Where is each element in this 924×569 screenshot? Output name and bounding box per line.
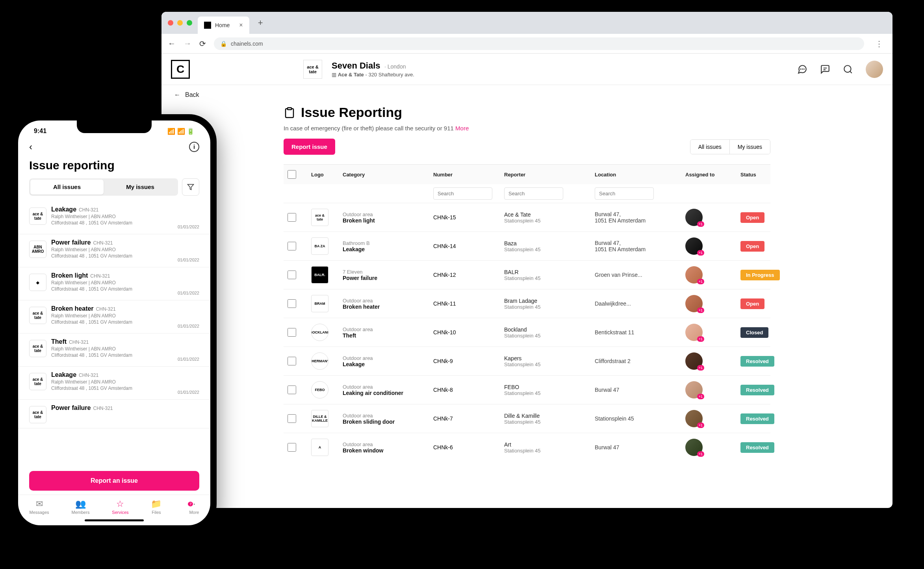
phone-tab-all[interactable]: All issues: [30, 180, 104, 195]
browser-toolbar: ← → ⟳ 🔒 chainels.com ⋮: [161, 34, 892, 54]
reporter-cell: ArtStationsplein 45: [504, 441, 591, 454]
chat-icon[interactable]: [797, 64, 807, 74]
tabbar-files[interactable]: 📁Files: [151, 499, 161, 515]
search-icon[interactable]: [843, 64, 853, 74]
company-logo: BALR.: [311, 266, 328, 284]
table-row[interactable]: BALR.7 ElevenPower failureCHNk-12BALRSta…: [284, 260, 770, 289]
list-item[interactable]: ace & tatePower failureCHN-321Resolved: [18, 400, 210, 428]
assignee-avatar[interactable]: [685, 266, 703, 284]
company-logo: SHERMAN'S: [311, 352, 328, 370]
assignee-avatar[interactable]: [685, 237, 703, 255]
row-checkbox[interactable]: [288, 299, 296, 308]
minimize-window-icon[interactable]: [177, 20, 183, 26]
category-cell: Bathroom BLeakage: [343, 240, 429, 252]
number-cell: CHNk-14: [433, 243, 500, 249]
row-checkbox[interactable]: [288, 386, 296, 394]
number-cell: CHNk-8: [433, 387, 500, 393]
table-row[interactable]: SHERMAN'SOutdoor areaLeakageCHNk-9Kapers…: [284, 347, 770, 375]
company-logo: FEBO: [311, 381, 328, 398]
clipboard-icon: [284, 107, 295, 119]
tabbar-messages[interactable]: ✉Messages: [29, 499, 49, 515]
search-reporter-input[interactable]: [504, 187, 563, 200]
row-checkbox[interactable]: [288, 242, 296, 250]
search-number-input[interactable]: [433, 187, 492, 200]
table-row[interactable]: FEBOOutdoor areaLeaking air conditionerC…: [284, 375, 770, 404]
reporter-cell: BazaStationsplein 45: [504, 240, 591, 252]
url-bar[interactable]: 🔒 chainels.com: [214, 37, 864, 50]
comment-icon[interactable]: [820, 64, 830, 74]
phone-report-button[interactable]: Report an issue: [29, 471, 199, 491]
back-label: Back: [185, 91, 199, 98]
reload-icon[interactable]: ⟳: [199, 39, 206, 48]
browser-menu-icon[interactable]: ⋮: [872, 39, 886, 48]
table-row[interactable]: ace & tateOutdoor areaBroken lightCHNk-1…: [284, 203, 770, 232]
close-window-icon[interactable]: [168, 20, 173, 26]
row-checkbox[interactable]: [288, 271, 296, 279]
issue-filter-tabs: All issues My issues: [690, 139, 770, 154]
home-indicator[interactable]: [85, 519, 144, 521]
close-tab-icon[interactable]: ×: [239, 22, 243, 29]
assignee-avatar[interactable]: [685, 209, 703, 226]
info-icon[interactable]: i: [189, 142, 199, 152]
header-actions: [797, 61, 883, 78]
list-item[interactable]: ace & tateLeakageCHN-321Ralph Wintheiser…: [18, 201, 210, 234]
svg-line-6: [850, 71, 852, 73]
app-logo[interactable]: C: [171, 60, 190, 79]
back-link[interactable]: ← Back: [161, 85, 892, 105]
tabbar-services[interactable]: ☆Services: [112, 499, 128, 515]
more-link[interactable]: More: [455, 125, 469, 132]
table-row[interactable]: BOCKLANDOutdoor areaTheftCHNk-10Bockland…: [284, 318, 770, 347]
row-checkbox[interactable]: [288, 213, 296, 222]
search-location-input[interactable]: [595, 187, 654, 200]
issue-table: Logo Category Number Reporter Location A…: [284, 164, 770, 462]
assignee-avatar[interactable]: [685, 352, 703, 370]
maximize-window-icon[interactable]: [187, 20, 192, 26]
row-checkbox[interactable]: [288, 328, 296, 337]
page-content: Issue Reporting In case of emergency (fi…: [161, 105, 892, 462]
svg-marker-8: [188, 184, 194, 190]
phone-tab-my[interactable]: My issues: [104, 180, 177, 195]
table-row[interactable]: DILLE & KAMILLEOutdoor areaBroken slidin…: [284, 404, 770, 433]
filter-icon[interactable]: [182, 178, 199, 196]
list-item[interactable]: ace & tateBroken heaterCHN-321Ralph Wint…: [18, 300, 210, 334]
forward-arrow-icon[interactable]: →: [184, 39, 191, 48]
list-item[interactable]: ace & tateLeakageCHN-321Ralph Wintheiser…: [18, 367, 210, 400]
new-tab-icon[interactable]: +: [258, 18, 263, 28]
row-checkbox[interactable]: [288, 357, 296, 365]
phone-filter-row: All issues My issues: [18, 178, 210, 201]
location-cell: Groen van Prinse...: [595, 272, 681, 278]
browser-tab[interactable]: Home ×: [198, 17, 249, 34]
assignee-avatar[interactable]: [685, 324, 703, 341]
assignee-avatar[interactable]: [685, 439, 703, 456]
table-row[interactable]: AOutdoor areaBroken windowCHNk-6ArtStati…: [284, 433, 770, 462]
item-right: Closed01/01/2022: [173, 338, 199, 361]
back-arrow-icon[interactable]: ←: [168, 39, 176, 48]
folder-icon: 📁: [151, 499, 161, 509]
row-checkbox[interactable]: [288, 443, 296, 452]
row-checkbox[interactable]: [288, 414, 296, 423]
select-all-checkbox[interactable]: [288, 170, 296, 179]
tab-all-issues[interactable]: All issues: [690, 140, 729, 154]
report-issue-button[interactable]: Report issue: [284, 139, 335, 155]
reporter-cell: Dille & KamilleStationsplein 45: [504, 413, 591, 425]
status-badge: Open: [740, 298, 764, 309]
assignee-avatar[interactable]: [685, 295, 703, 312]
assignee-avatar[interactable]: [685, 410, 703, 427]
table-row[interactable]: BRAMOutdoor areaBroken heaterCHNk-11Bram…: [284, 289, 770, 318]
assignee-avatar[interactable]: [685, 381, 703, 398]
status-icons: 📶 📶 🔋: [167, 128, 195, 135]
phone-back-icon[interactable]: ‹: [29, 141, 32, 152]
tabbar-members[interactable]: 👥Members: [72, 499, 90, 515]
list-item[interactable]: ace & tateTheftCHN-321Ralph Wintheiser |…: [18, 334, 210, 367]
company-logo: ace & tate: [29, 208, 46, 225]
list-item[interactable]: ◆Broken lightCHN-321Ralph Wintheiser | A…: [18, 267, 210, 300]
lock-icon: 🔒: [220, 41, 227, 47]
company-logo: ace & tate: [29, 307, 46, 324]
table-row[interactable]: BA ZABathroom BLeakageCHNk-14BazaStation…: [284, 232, 770, 260]
tabbar-more[interactable]: ⋯7More: [184, 499, 199, 515]
list-item[interactable]: ABN AMROPower failureCHN-321Ralph Winthe…: [18, 234, 210, 267]
user-avatar[interactable]: [866, 61, 883, 78]
tab-my-issues[interactable]: My issues: [729, 140, 770, 154]
status-badge: Resolved: [740, 442, 774, 453]
company-logo: BRAM: [311, 295, 328, 312]
